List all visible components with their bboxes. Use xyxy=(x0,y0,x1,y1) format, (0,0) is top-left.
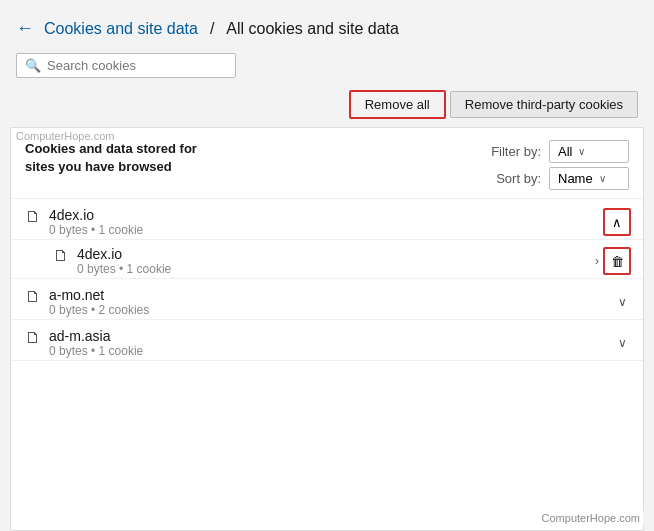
site-name: 4dex.io xyxy=(49,207,143,223)
site-row-left: 🗋 4dex.io 0 bytes • 1 cookie xyxy=(25,207,143,237)
expand-collapse-button[interactable]: ∧ xyxy=(603,208,631,236)
filter-label: Filter by: xyxy=(491,144,541,159)
watermark-bottom-right: ComputerHope.com xyxy=(538,511,644,525)
sub-row-4dex-child: 🗋 4dex.io 0 bytes • 1 cookie › 🗑 xyxy=(11,240,643,279)
site-row-4dex: 🗋 4dex.io 0 bytes • 1 cookie ∧ xyxy=(11,199,643,240)
sub-row-action: › 🗑 xyxy=(595,247,631,275)
watermark-top-left: ComputerHope.com xyxy=(16,130,114,142)
site-meta-ad-m: 0 bytes • 1 cookie xyxy=(49,344,143,358)
action-row: Remove all Remove third-party cookies xyxy=(0,86,654,127)
site-info-a-mo: a-mo.net 0 bytes • 2 cookies xyxy=(49,287,149,317)
site-info-child: 4dex.io 0 bytes • 1 cookie xyxy=(77,246,171,276)
site-meta-child: 0 bytes • 1 cookie xyxy=(77,262,171,276)
row-action-ad-m: ∨ xyxy=(614,332,631,354)
site-row-left-ad-m: 🗋 ad-m.asia 0 bytes • 1 cookie xyxy=(25,328,143,358)
sort-label: Sort by: xyxy=(496,171,541,186)
row-action-a-mo: ∨ xyxy=(614,291,631,313)
sort-value: Name xyxy=(558,171,593,186)
filter-sort-panel: Filter by: All ∨ Sort by: Name ∨ xyxy=(491,140,629,190)
site-name-child: 4dex.io xyxy=(77,246,171,262)
site-info-ad-m: ad-m.asia 0 bytes • 1 cookie xyxy=(49,328,143,358)
site-name-ad-m: ad-m.asia xyxy=(49,328,143,344)
site-name-a-mo: a-mo.net xyxy=(49,287,149,303)
search-icon: 🔍 xyxy=(25,58,41,73)
expand-icon-ad-m[interactable]: ∨ xyxy=(614,332,631,354)
chevron-up-icon: ∧ xyxy=(612,215,622,230)
delete-cookie-button[interactable]: 🗑 xyxy=(603,247,631,275)
search-box: 🔍 xyxy=(16,53,236,78)
sort-dropdown[interactable]: Name ∨ xyxy=(549,167,629,190)
file-icon-child: 🗋 xyxy=(53,247,69,265)
info-text: Cookies and data stored for sites you ha… xyxy=(25,140,225,176)
site-meta: 0 bytes • 1 cookie xyxy=(49,223,143,237)
file-icon-ad-m: 🗋 xyxy=(25,329,41,347)
sort-row: Sort by: Name ∨ xyxy=(496,167,629,190)
remove-all-button[interactable]: Remove all xyxy=(349,90,446,119)
header: ← Cookies and site data / All cookies an… xyxy=(0,0,654,49)
trash-icon: 🗑 xyxy=(611,254,624,269)
sub-row-left: 🗋 4dex.io 0 bytes • 1 cookie xyxy=(53,246,171,276)
breadcrumb-link[interactable]: Cookies and site data xyxy=(44,20,198,38)
main-content: Cookies and data stored for sites you ha… xyxy=(10,127,644,531)
filter-value: All xyxy=(558,144,572,159)
filter-row: Filter by: All ∨ xyxy=(491,140,629,163)
page: ← Cookies and site data / All cookies an… xyxy=(0,0,654,531)
breadcrumb-separator: / xyxy=(210,20,214,38)
search-row: 🔍 xyxy=(0,49,654,86)
expand-icon-a-mo[interactable]: ∨ xyxy=(614,291,631,313)
file-icon: 🗋 xyxy=(25,208,41,226)
site-row-a-mo: 🗋 a-mo.net 0 bytes • 2 cookies ∨ xyxy=(11,279,643,320)
sub-chevron-right-icon: › xyxy=(595,254,599,268)
site-row-ad-m: 🗋 ad-m.asia 0 bytes • 1 cookie ∨ xyxy=(11,320,643,361)
site-meta-a-mo: 0 bytes • 2 cookies xyxy=(49,303,149,317)
sort-chevron: ∨ xyxy=(599,173,606,184)
remove-third-party-button[interactable]: Remove third-party cookies xyxy=(450,91,638,118)
row-action: ∧ xyxy=(603,208,631,236)
back-button[interactable]: ← xyxy=(16,18,34,39)
site-row-left-a-mo: 🗋 a-mo.net 0 bytes • 2 cookies xyxy=(25,287,149,317)
site-info: 4dex.io 0 bytes • 1 cookie xyxy=(49,207,143,237)
filter-chevron: ∨ xyxy=(578,146,585,157)
breadcrumb-current: All cookies and site data xyxy=(226,20,399,38)
file-icon-a-mo: 🗋 xyxy=(25,288,41,306)
filter-dropdown[interactable]: All ∨ xyxy=(549,140,629,163)
search-input[interactable] xyxy=(47,58,207,73)
